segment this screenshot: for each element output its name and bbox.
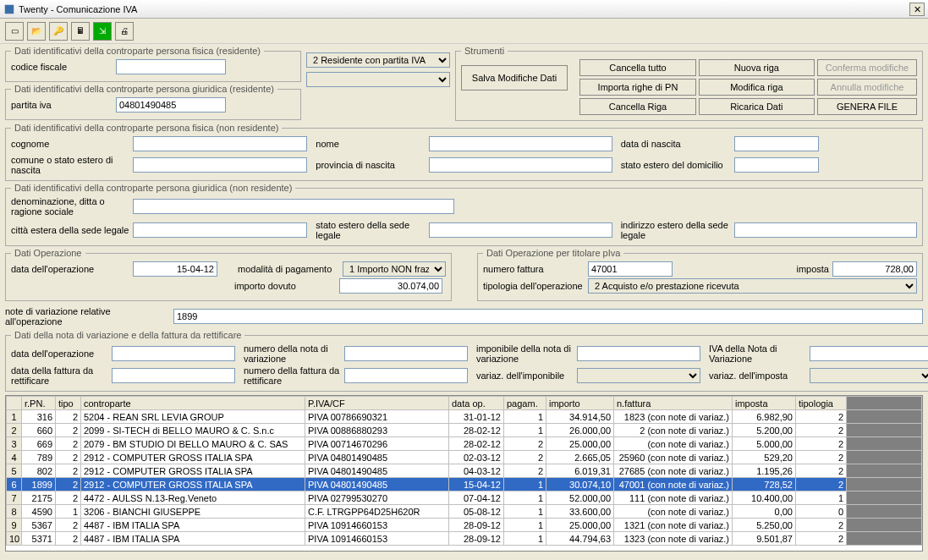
variaz-imponibile-select[interactable] <box>577 368 700 383</box>
col-rowheader <box>7 397 22 410</box>
ricarica-dati-button[interactable]: Ricarica Dati <box>699 98 815 115</box>
label-stato-estero-sede: stato estero della sede legale <box>316 220 426 240</box>
legend-pf-nres: Dati identificativi della controparte pe… <box>11 123 282 133</box>
data-nascita-field[interactable] <box>734 136 819 151</box>
label-indirizzo-estero: indirizzo estero della sede legale <box>621 220 731 240</box>
col-piva[interactable]: P.IVA/CF <box>305 397 449 410</box>
data-op-field[interactable] <box>133 261 217 277</box>
stato-estero-sede-field[interactable] <box>429 222 612 238</box>
data-table[interactable]: r.PN. tipo controparte P.IVA/CF data op.… <box>5 395 923 552</box>
indirizzo-estero-field[interactable] <box>734 222 917 238</box>
cancella-tutto-button[interactable]: Cancella tutto <box>579 59 695 76</box>
mod-pag-select[interactable]: 1 Importo NON frazio <box>343 261 446 277</box>
imp-dovuto-field[interactable] <box>339 278 442 294</box>
toolbar-export-icon[interactable]: ⇲ <box>93 22 112 41</box>
num-fatt-rett-field[interactable] <box>344 368 468 383</box>
toolbar: ▭ 📂 🔑 🖩 ⇲ 🖨 <box>0 19 928 44</box>
group-pg-residente: Dati identificativi della controparte pe… <box>5 84 301 120</box>
label-stato-estero-dom: stato estero del domicilio <box>621 160 731 170</box>
label-data-op: data dell'operazione <box>11 264 129 274</box>
legend-pg-nres: Dati identificativi della controparte pe… <box>11 183 295 193</box>
label-data-nascita: data di nascita <box>621 139 731 149</box>
col-tipologia[interactable]: tipologia <box>796 397 847 410</box>
table-row[interactable]: 8459013206 - BIANCHI GIUSEPPEC.F. LTRGPP… <box>7 505 922 519</box>
toolbar-calc-icon[interactable]: 🖩 <box>71 22 90 41</box>
data-fatt-rett-field[interactable] <box>112 368 235 383</box>
toolbar-key-icon[interactable]: 🔑 <box>49 22 68 41</box>
importa-pn-button[interactable]: Importa righe di PN <box>579 79 695 96</box>
imposta-field[interactable] <box>832 261 917 277</box>
modifica-riga-button[interactable]: Modifica riga <box>699 79 815 96</box>
col-rpn[interactable]: r.PN. <box>22 397 56 410</box>
table-row[interactable]: 580222912 - COMPUTER GROSS ITALIA SPAPIV… <box>7 464 922 478</box>
table-row[interactable]: 266022099 - SI-TECH di BELLO MAURO & C. … <box>7 424 922 437</box>
tip-op-select[interactable]: 2 Acquisto e/o prestazione ricevuta <box>588 278 917 294</box>
annulla-modifiche-button[interactable]: Annulla modifiche <box>817 79 917 96</box>
imponibile-nota-field[interactable] <box>577 346 700 361</box>
prov-nascita-field[interactable] <box>429 157 612 173</box>
group-pg-non-residente: Dati identificativi della controparte pe… <box>5 183 923 246</box>
label-codice-fiscale: codice fiscale <box>11 62 113 72</box>
nome-field[interactable] <box>429 136 612 151</box>
group-pf-residente: Dati identificativi della controparte pe… <box>5 46 301 82</box>
label-nome: nome <box>316 139 426 149</box>
col-importo[interactable]: importo <box>546 397 614 410</box>
label-prov-nascita: provincia di nascita <box>316 160 426 170</box>
table-row[interactable]: 10537124487 - IBM ITALIA SPAPIVA 1091466… <box>7 532 922 546</box>
col-nfattura[interactable]: n.fattura <box>614 397 733 410</box>
close-button[interactable]: ✕ <box>909 3 925 16</box>
table-row[interactable]: 7217524472 - AULSS N.13-Reg.VenetoPIVA 0… <box>7 491 922 505</box>
window-title: Twenty - Comunicazione IVA <box>19 4 909 14</box>
cancella-riga-button[interactable]: Cancella Riga <box>579 98 695 115</box>
label-imp-dovuto: importo dovuto <box>234 281 336 291</box>
label-data-op2: data dell'operazione <box>11 349 108 359</box>
col-controparte[interactable]: controparte <box>81 397 305 410</box>
label-citta-estera: città estera della sede legale <box>11 225 129 235</box>
table-row[interactable]: 131625204 - REAN SRL LEVIA GROUPPIVA 007… <box>7 410 922 424</box>
label-denom: denominazione, ditta o ragione sociale <box>11 196 129 217</box>
data-op2-field[interactable] <box>112 346 235 361</box>
tipo-residente-select[interactable]: 2 Residente con partita IVA <box>306 52 450 68</box>
num-nota-var-field[interactable] <box>344 346 468 361</box>
genera-file-button[interactable]: GENERA FILE <box>817 98 917 115</box>
iva-nota-field[interactable] <box>810 346 928 361</box>
partita-iva-field[interactable] <box>116 97 226 113</box>
legend-dati-op-tit: Dati Operazione per titolare pIva <box>483 248 623 258</box>
table-row[interactable]: 366922079 - BM STUDIO DI BELLO MAURO & C… <box>7 437 922 451</box>
nuova-riga-button[interactable]: Nuova riga <box>699 59 815 76</box>
stato-estero-dom-field[interactable] <box>734 157 819 173</box>
col-imposta[interactable]: imposta <box>733 397 796 410</box>
col-tipo[interactable]: tipo <box>56 397 81 410</box>
label-num-nota-var: numero della nota di variazione <box>244 343 341 364</box>
col-spacer <box>847 397 922 410</box>
citta-estera-field[interactable] <box>133 222 307 238</box>
label-num-fatt-rett: numero della fattura da rettificare <box>244 365 341 386</box>
toolbar-open-icon[interactable]: 📂 <box>27 22 46 41</box>
label-note-var: note di variazione relative all'operazio… <box>5 306 170 327</box>
label-imponibile-nota: imponibile della nota di variazione <box>476 343 574 364</box>
label-iva-nota: IVA della Nota di Variazione <box>709 343 806 364</box>
label-cognome: cognome <box>11 139 129 149</box>
comune-stato-field[interactable] <box>133 157 307 173</box>
secondary-select[interactable] <box>306 72 450 87</box>
toolbar-print-icon[interactable]: 🖨 <box>115 22 134 41</box>
table-row[interactable]: 9536724487 - IBM ITALIA SPAPIVA 10914660… <box>7 519 922 532</box>
codice-fiscale-field[interactable] <box>116 59 226 74</box>
conferma-modifiche-button[interactable]: Conferma modifiche <box>817 59 917 76</box>
legend-pg-res: Dati identificativi della controparte pe… <box>11 84 277 94</box>
group-dati-op-titolare: Dati Operazione per titolare pIva numero… <box>477 248 923 301</box>
variaz-imposta-select[interactable] <box>810 368 928 383</box>
toolbar-new-icon[interactable]: ▭ <box>5 22 24 41</box>
label-variaz-imposta: variaz. dell'imposta <box>709 371 806 381</box>
salva-modifiche-button[interactable]: Salva Modifiche Dati <box>461 65 568 91</box>
table-row[interactable]: 6189922912 - COMPUTER GROSS ITALIA SPAPI… <box>7 478 922 491</box>
legend-dati-op: Dati Operazione <box>11 248 85 258</box>
note-var-field[interactable] <box>173 309 923 324</box>
col-dataop[interactable]: data op. <box>449 397 504 410</box>
col-pagam[interactable]: pagam. <box>504 397 546 410</box>
num-fattura-field[interactable] <box>588 261 673 277</box>
label-imposta: imposta <box>796 264 829 274</box>
denom-field[interactable] <box>133 199 454 214</box>
table-row[interactable]: 478922912 - COMPUTER GROSS ITALIA SPAPIV… <box>7 451 922 464</box>
cognome-field[interactable] <box>133 136 307 151</box>
